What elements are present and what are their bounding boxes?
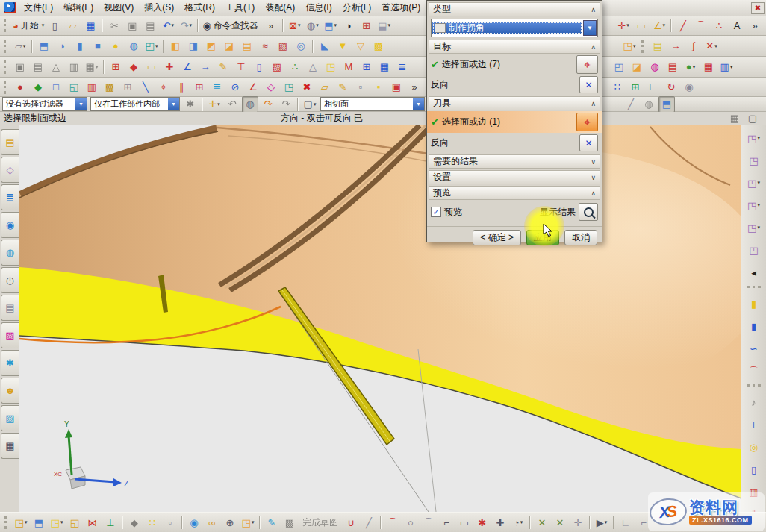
redo-button[interactable]: ↷▾ (178, 17, 194, 34)
save-button[interactable]: ▦ (82, 17, 99, 34)
intersect-button[interactable]: ◩ (203, 38, 219, 54)
sketch-arc-button[interactable]: ⌒ (384, 514, 401, 531)
bolt-hide-button[interactable]: ▮ (744, 316, 764, 337)
sketch-polygon-button[interactable]: ✱ (474, 514, 491, 531)
dropdown-arrow-icon[interactable]: ▼ (168, 98, 179, 110)
model-canvas[interactable]: Y Z XC (19, 125, 741, 512)
info-tab[interactable]: ◉ (1, 212, 19, 238)
color-ball-button[interactable]: ●▾ (682, 59, 699, 75)
angle-analysis-button[interactable]: ∠ (179, 59, 196, 75)
curve-arrow-button[interactable]: → (667, 38, 684, 54)
true-shading-button[interactable]: ⊞ (358, 17, 375, 34)
roles-tab[interactable]: ☻ (1, 378, 19, 404)
image-grid-button[interactable]: ▨ (269, 59, 285, 75)
open-file-button[interactable]: ▱ (64, 17, 81, 34)
replace-face-button[interactable]: ◳▾ (744, 195, 764, 216)
finish-sketch-label[interactable]: 完成草图 (299, 514, 341, 531)
export-folder-button[interactable]: ▱ (317, 79, 333, 96)
cylinder-button[interactable]: ▮ (72, 38, 88, 54)
sketch-chamfer-button[interactable]: ⌐ (438, 514, 455, 531)
toolbar-grip[interactable] (4, 81, 8, 94)
gallery-tab[interactable]: ▨ (1, 405, 19, 431)
chevron-down-icon[interactable]: ∨ (591, 174, 596, 181)
red-dot-box-button[interactable]: ▣ (388, 79, 405, 96)
sketch-rectangle-button[interactable]: ▭ (456, 514, 473, 531)
bounded-plane-button[interactable]: ▥▾ (718, 59, 735, 75)
swept-button[interactable]: ◪ (629, 59, 645, 75)
rgb-button[interactable]: ∴ (287, 59, 303, 75)
angle-k-button[interactable]: ∠ (245, 79, 261, 96)
overflow-chevron[interactable]: » (406, 79, 423, 96)
cancel-button[interactable]: 取消 (564, 230, 597, 245)
annotate-button[interactable]: ✎ (215, 59, 231, 75)
rectangle-select-button[interactable]: ▢▾ (302, 96, 318, 113)
interpart-link-button[interactable]: ⊕ (222, 514, 238, 531)
print-tab[interactable]: ▦ (1, 433, 19, 459)
studio-spline-button[interactable]: ∪ (343, 514, 359, 531)
extrude-button[interactable]: ⬒ (36, 38, 52, 54)
dotted-cube-button[interactable]: ▫ (352, 79, 369, 96)
grid-surface-button[interactable]: ▦ (700, 59, 717, 75)
edit-sheet-button[interactable]: ▤ (650, 38, 666, 54)
crosshair-button[interactable]: ⌖ (155, 79, 172, 96)
palette-tab[interactable]: ▤ (1, 295, 19, 321)
route-arc-button[interactable]: ⌒ (744, 360, 764, 381)
point-analysis-button[interactable]: ✚ (161, 59, 178, 75)
toolbar-grip[interactable] (4, 516, 9, 529)
sketch-in-task-button[interactable]: ✎ (264, 514, 280, 531)
sweep-button[interactable]: ≈ (257, 38, 273, 54)
styled-surface-button[interactable]: ◍ (647, 59, 663, 75)
trim-body-button[interactable]: ◪ (221, 38, 237, 54)
target-reverse-button[interactable]: ✕ (579, 76, 598, 93)
revolve-button[interactable]: ◑ (54, 38, 70, 54)
pattern-component-button[interactable]: ∷ (144, 514, 161, 531)
point-set-tool[interactable]: ∴ (711, 17, 727, 34)
color-grid-button[interactable]: ▩ (102, 79, 118, 96)
filter-arrow-button[interactable]: ▶▾ (594, 514, 610, 531)
gear-icon[interactable]: ✱ (182, 96, 199, 113)
blend-button[interactable]: ◍ (125, 38, 142, 54)
overflow-chevron[interactable]: » (747, 17, 763, 34)
ok-button[interactable]: < 确定 > (473, 230, 521, 245)
grid-green-button[interactable]: ⊞ (627, 79, 644, 96)
chevron-up-icon[interactable]: ∧ (591, 43, 596, 51)
grid-button[interactable]: ▦ (376, 59, 393, 75)
dimension-button[interactable]: ⊞ (108, 59, 124, 75)
chevron-up-icon[interactable]: ∧ (591, 6, 596, 13)
small-cube-button[interactable]: ◳ (323, 59, 339, 75)
snap-point-button[interactable]: ✛▾ (206, 96, 222, 113)
vector-button[interactable]: → (197, 59, 214, 75)
menu-view[interactable]: 视图(V) (99, 0, 139, 16)
list-button[interactable]: ≣ (394, 59, 411, 75)
find-component-button[interactable]: ◳▾ (13, 514, 29, 531)
offset-region-button[interactable]: ◳▾ (744, 172, 764, 193)
block-button[interactable]: ■ (90, 38, 106, 54)
viewport-3d[interactable]: Y Z XC (19, 125, 741, 512)
line-tool[interactable]: ╱ (675, 17, 691, 34)
parallel-lines-button[interactable]: ∥ (173, 79, 190, 96)
menu-edit[interactable]: 编辑(E) (58, 0, 99, 16)
toolbar-grip[interactable] (4, 19, 8, 32)
start-button[interactable]: ◕开始▾ (12, 17, 45, 34)
menu-tools[interactable]: 工具(T) (220, 0, 260, 16)
chevron-up-icon[interactable]: ∧ (591, 100, 596, 107)
section-tool[interactable]: 刀具 ∧ (429, 96, 600, 110)
drafting-5[interactable]: ▦▾ (84, 59, 100, 75)
open-by-proximity-button[interactable]: ⬒ (31, 514, 47, 531)
joint-curve-button[interactable]: ∫ (685, 38, 702, 54)
move-layer-button[interactable]: ◱ (66, 79, 82, 96)
assembly-constraints-button[interactable]: ⋈ (84, 514, 101, 531)
text-box-button[interactable]: ⊤ (233, 59, 249, 75)
delete-face-button[interactable]: ◳▾ (744, 217, 764, 238)
window-close-button[interactable]: ✖ (751, 2, 765, 14)
cut-button[interactable]: ✂ (106, 17, 122, 34)
orient-view-button[interactable]: ⊠▾ (287, 17, 303, 34)
menu-assemblies[interactable]: 装配(A) (260, 0, 300, 16)
sketch-line-button[interactable]: ╱ (361, 514, 377, 531)
magnifier-button[interactable]: ◉ (681, 79, 697, 96)
effects-tab[interactable]: ✱ (1, 350, 19, 376)
dropdown-arrow-icon[interactable]: ▼ (75, 98, 87, 110)
through-curves-button[interactable]: ▤ (664, 59, 681, 75)
patch-button[interactable]: ▧ (275, 38, 291, 54)
pink-cubes-button[interactable]: ◇ (263, 79, 279, 96)
